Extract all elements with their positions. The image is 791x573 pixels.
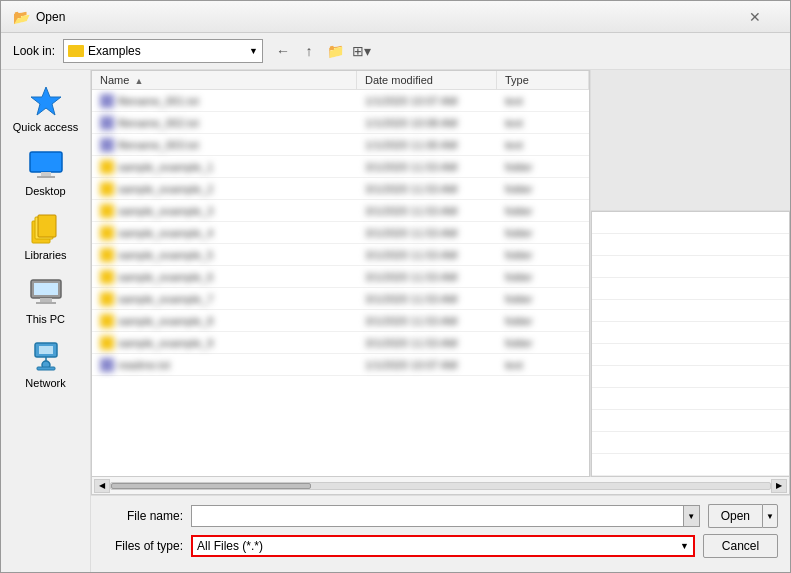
file-icon [100, 138, 114, 152]
view-button[interactable]: ⊞▾ [349, 40, 373, 62]
open-button-group: Open ▼ [708, 504, 778, 528]
dialog-icon: 📂 [13, 9, 30, 25]
table-row[interactable]: sample_example_2 3/1/2020 11:53 AM folde… [92, 178, 589, 200]
preview-top [591, 70, 790, 211]
table-row[interactable]: sample_example_7 3/1/2020 11:53 AM folde… [92, 288, 589, 310]
sidebar-item-quick-access[interactable]: Quick access [8, 78, 84, 138]
file-list-container: Name ▲ Date modified Type filename_0 [91, 70, 790, 477]
file-icon [100, 358, 114, 372]
file-icon [100, 292, 114, 306]
scrollbar-thumb[interactable] [111, 483, 311, 489]
col-header-name[interactable]: Name ▲ [92, 71, 357, 89]
folder-icon [68, 45, 84, 57]
table-row[interactable]: sample_example_9 3/1/2020 11:53 AM folde… [92, 332, 589, 354]
scroll-left-arrow[interactable]: ◀ [94, 479, 110, 493]
svg-rect-6 [38, 215, 56, 237]
sidebar-label-quick-access: Quick access [13, 121, 78, 133]
up-button[interactable]: ↑ [297, 40, 321, 62]
open-arrow-button[interactable]: ▼ [762, 504, 778, 528]
sidebar-item-desktop[interactable]: Desktop [8, 142, 84, 202]
preview-grid-row [592, 432, 789, 454]
filename-input[interactable] [192, 506, 683, 526]
file-list-header: Name ▲ Date modified Type [92, 71, 589, 90]
svg-rect-9 [40, 298, 52, 302]
file-icon [100, 160, 114, 174]
file-icon [100, 204, 114, 218]
sidebar-label-network: Network [25, 377, 65, 389]
svg-marker-0 [31, 87, 61, 115]
sidebar-item-this-pc[interactable]: This PC [8, 270, 84, 330]
filename-label: File name: [103, 509, 183, 523]
bottom-section: File name: ▼ Open ▼ Files of type: All F… [91, 495, 790, 572]
table-row[interactable]: sample_example_1 3/1/2020 11:53 AM folde… [92, 156, 589, 178]
filetype-select[interactable]: All Files (*.*) ▼ [191, 535, 695, 557]
file-icon [100, 336, 114, 350]
look-in-label: Look in: [13, 44, 55, 58]
this-pc-icon [28, 275, 64, 311]
file-icon [100, 314, 114, 328]
filename-input-wrapper[interactable]: ▼ [191, 505, 700, 527]
preview-grid-row [592, 344, 789, 366]
look-in-select[interactable]: Examples ▼ [63, 39, 263, 63]
col-header-date[interactable]: Date modified [357, 71, 497, 89]
file-rows: filename_001.txt 1/1/2020 10:07 AM text … [92, 90, 589, 376]
sidebar-label-this-pc: This PC [26, 313, 65, 325]
filename-dropdown[interactable]: ▼ [683, 506, 699, 526]
new-folder-button[interactable]: 📁 [323, 40, 347, 62]
preview-panel [590, 70, 790, 477]
cancel-button[interactable]: Cancel [703, 534, 778, 558]
preview-grid-row [592, 234, 789, 256]
scrollbar-track[interactable] [110, 482, 771, 490]
svg-rect-3 [37, 176, 55, 178]
title-bar-left: 📂 Open [13, 9, 65, 25]
preview-grid-row [592, 322, 789, 344]
file-icon [100, 94, 114, 108]
preview-grid-row [592, 454, 789, 476]
sidebar-item-network[interactable]: Network [8, 334, 84, 394]
table-row[interactable]: filename_002.txt 1/1/2020 10:08 AM text [92, 112, 589, 134]
preview-grid-row [592, 388, 789, 410]
file-icon [100, 182, 114, 196]
close-button[interactable]: ✕ [732, 7, 778, 27]
table-row[interactable]: sample_example_8 3/1/2020 11:53 AM folde… [92, 310, 589, 332]
preview-bottom [591, 211, 790, 477]
title-bar: 📂 Open ✕ [1, 1, 790, 33]
preview-grid-row [592, 300, 789, 322]
col-header-type[interactable]: Type [497, 71, 589, 89]
svg-rect-14 [37, 367, 55, 370]
filename-row: File name: ▼ Open ▼ [103, 504, 778, 528]
file-list[interactable]: Name ▲ Date modified Type filename_0 [91, 70, 590, 477]
table-row[interactable]: sample_example_5 3/1/2020 11:53 AM folde… [92, 244, 589, 266]
svg-rect-10 [36, 302, 56, 304]
preview-grid-row [592, 278, 789, 300]
file-icon [100, 226, 114, 240]
libraries-icon [28, 211, 64, 247]
main-area: Quick access Desktop [1, 70, 790, 572]
table-row[interactable]: filename_001.txt 1/1/2020 10:07 AM text [92, 90, 589, 112]
table-row[interactable]: sample_example_3 3/1/2020 11:53 AM folde… [92, 200, 589, 222]
back-button[interactable]: ← [271, 40, 295, 62]
preview-grid-row [592, 212, 789, 234]
preview-grid [592, 212, 789, 476]
table-row[interactable]: sample_example_6 3/1/2020 11:53 AM folde… [92, 266, 589, 288]
look-in-value: Examples [88, 44, 141, 58]
file-icon [100, 270, 114, 284]
sidebar-item-libraries[interactable]: Libraries [8, 206, 84, 266]
dialog-title: Open [36, 10, 65, 24]
horizontal-scrollbar[interactable]: ◀ ▶ [91, 477, 790, 495]
filetype-value: All Files (*.*) [197, 539, 263, 553]
table-row[interactable]: readme.txt 1/1/2020 10:07 AM text [92, 354, 589, 376]
sidebar-label-desktop: Desktop [25, 185, 65, 197]
scroll-right-arrow[interactable]: ▶ [771, 479, 787, 493]
table-row[interactable]: sample_example_4 3/1/2020 11:53 AM folde… [92, 222, 589, 244]
filetype-row: Files of type: All Files (*.*) ▼ Cancel [103, 534, 778, 558]
sidebar: Quick access Desktop [1, 70, 91, 572]
preview-grid-row [592, 366, 789, 388]
open-button[interactable]: Open [708, 504, 762, 528]
svg-rect-2 [41, 172, 51, 176]
filetype-chevron: ▼ [680, 541, 689, 551]
table-row[interactable]: filename_003.txt 1/1/2020 11:00 AM text [92, 134, 589, 156]
open-dialog: 📂 Open ✕ Look in: Examples ▼ ← ↑ 📁 ⊞▾ [0, 0, 791, 573]
toolbar: Look in: Examples ▼ ← ↑ 📁 ⊞▾ [1, 33, 790, 70]
file-icon [100, 116, 114, 130]
